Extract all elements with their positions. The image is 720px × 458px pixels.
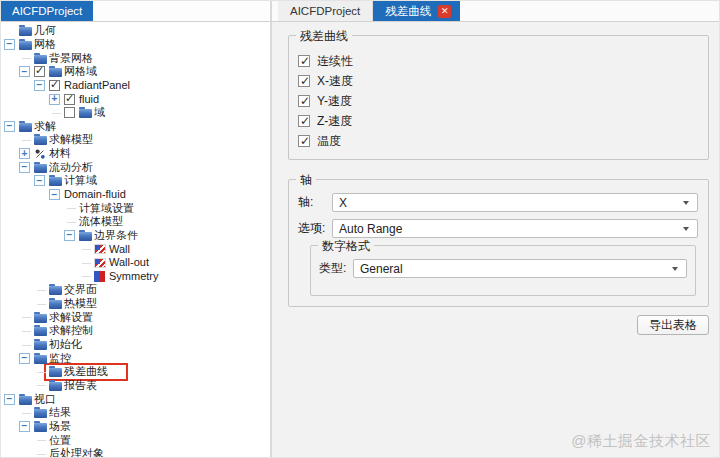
tree-item[interactable]: 流体模型 [1,215,270,229]
tree-item[interactable]: −监控 [1,351,270,365]
tree-item-label: 初始化 [49,339,82,350]
tree-item[interactable]: Wall-out [1,256,270,270]
symmetry-boundary-icon [94,271,105,282]
tree-item[interactable]: 域 [1,106,270,120]
axis-fields: 轴:X选项:Auto Range [298,193,698,238]
tree-item[interactable]: 背景网格 [1,51,270,65]
tree-item[interactable]: +材料 [1,147,270,161]
tree-item[interactable]: 位置 [1,433,270,447]
tree-item-label: 计算域设置 [79,203,134,214]
tree-connector [79,270,94,284]
close-icon[interactable]: ✕ [438,5,451,18]
field-label: 轴: [298,194,332,211]
folder-icon [34,423,47,432]
checkbox[interactable] [298,115,310,127]
tree-item[interactable]: 交界面 [1,283,270,297]
tree-item[interactable]: −边界条件 [1,229,270,243]
expander-plus-icon[interactable]: + [49,94,60,105]
group-title: 残差曲线 [296,28,352,45]
folder-icon [34,164,47,173]
folder-icon [49,177,62,186]
expander-minus-icon[interactable]: − [19,66,30,77]
combo-value: General [360,262,672,276]
tree-item-label: 求解控制 [49,325,93,336]
tree-item[interactable]: 热模型 [1,297,270,311]
checkbox-row[interactable]: 连续性 [298,51,698,71]
tree-item[interactable]: Wall [1,242,270,256]
tree-item[interactable]: −视口 [1,392,270,406]
tree-item[interactable]: −计算域 [1,174,270,188]
expander-plus-icon[interactable]: + [19,148,30,159]
tree-item[interactable]: Symmetry [1,270,270,284]
checkbox-row[interactable]: X-速度 [298,71,698,91]
checkbox[interactable] [298,55,310,67]
tab-label: 残差曲线 [385,4,431,19]
tree-item[interactable]: −流动分析 [1,160,270,174]
folder-icon [49,382,62,391]
checkbox-row[interactable]: Z-速度 [298,111,698,131]
tree-item[interactable]: 计算域设置 [1,201,270,215]
tree-connector [34,365,49,379]
tree-item-label: 场景 [49,421,71,432]
tree-item[interactable]: −求解 [1,119,270,133]
tree-checkbox[interactable] [49,80,60,91]
tree-item[interactable]: 结果 [1,406,270,420]
checkbox[interactable] [298,135,310,147]
expander-minus-icon[interactable]: − [19,421,30,432]
tree-checkbox[interactable] [34,66,45,77]
export-table-button[interactable]: 导出表格 [637,315,709,335]
tree-connector [34,283,49,297]
tree-item[interactable]: 残差曲线 [1,365,270,379]
combo-box[interactable]: X [332,193,698,212]
checkbox-row[interactable]: Y-速度 [298,91,698,111]
tree-item[interactable]: +fluid [1,92,270,106]
tree-item[interactable]: 求解模型 [1,133,270,147]
combo-box[interactable]: Auto Range [332,219,698,238]
tree-connector [64,215,79,229]
tree-item[interactable]: 后处理对象 [1,447,270,457]
tree-item[interactable]: 求解控制 [1,324,270,338]
checkbox-label: 连续性 [317,53,353,70]
tree-checkbox[interactable] [64,107,75,118]
combo-box[interactable]: General [353,259,687,278]
group-title: 数字格式 [318,238,374,255]
tree-item[interactable]: 几何 [1,24,270,38]
tree-item[interactable]: −RadiantPanel [1,79,270,93]
tree-item[interactable]: −场景 [1,420,270,434]
tree-item[interactable]: 求解设置 [1,310,270,324]
expander-minus-icon[interactable]: − [19,162,30,173]
right-tabbar: AICFDProject残差曲线✕ [272,1,719,22]
tree-checkbox[interactable] [64,94,75,105]
checkbox[interactable] [298,75,310,87]
field-row: 选项:Auto Range [298,219,698,238]
expander-minus-icon[interactable]: − [4,394,15,405]
tree-item[interactable]: −网格 [1,38,270,52]
tree-indent [1,208,64,209]
expander-minus-icon[interactable]: − [19,353,30,364]
tab-project[interactable]: AICFDProject [1,1,93,21]
expander-minus-icon[interactable]: − [64,230,75,241]
expander-minus-icon[interactable]: − [49,189,60,200]
tree-item[interactable]: −网格域 [1,65,270,79]
tree-indent [1,385,34,386]
tree-item-label: Wall-out [109,257,149,268]
expander-minus-icon[interactable]: − [34,80,45,91]
folder-icon [19,396,32,405]
tree-item[interactable]: −Domain-fluid [1,188,270,202]
tree-indent [1,58,19,59]
field-label: 类型: [319,260,353,277]
tab-residual-curves[interactable]: 残差曲线✕ [373,1,460,21]
checkbox[interactable] [298,95,310,107]
left-tabbar: AICFDProject [1,1,270,22]
expander-minus-icon[interactable]: − [4,39,15,50]
tree-item[interactable]: 初始化 [1,338,270,352]
expander-minus-icon[interactable]: − [34,175,45,186]
dropdown-arrow-icon [683,201,689,205]
tree-item[interactable]: 报告表 [1,379,270,393]
tree-connector [34,297,49,311]
tree-indent [1,289,34,290]
tab-project[interactable]: AICFDProject [278,1,373,21]
checkbox-row[interactable]: 温度 [298,131,698,151]
expander-minus-icon[interactable]: − [4,121,15,132]
folder-icon [34,136,47,145]
